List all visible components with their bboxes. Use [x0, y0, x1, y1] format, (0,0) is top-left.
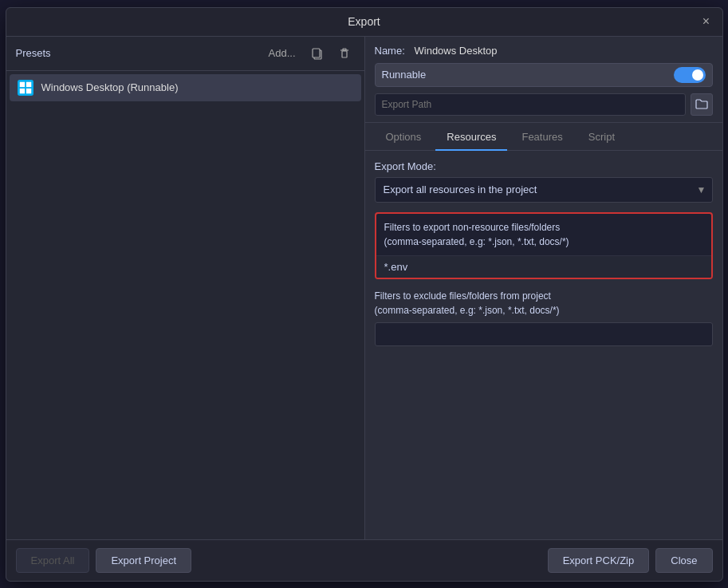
right-header: Name: Windows Desktop Runnable	[365, 37, 722, 123]
duplicate-preset-button[interactable]	[307, 45, 328, 62]
runnable-toggle-container: Runnable	[375, 63, 713, 87]
svg-rect-2	[342, 51, 347, 57]
export-dialog: Export × Presets Add...	[6, 7, 723, 582]
right-panel: Name: Windows Desktop Runnable	[365, 37, 722, 539]
exclude-description-text: Filters to exclude files/folders from pr…	[375, 290, 560, 316]
export-all-button[interactable]: Export All	[16, 548, 90, 573]
svg-rect-4	[343, 49, 346, 50]
tab-content: Export Mode: Export all resources in the…	[365, 151, 722, 539]
filter-input[interactable]	[376, 256, 711, 278]
export-path-row	[375, 93, 713, 116]
tab-options[interactable]: Options	[375, 124, 433, 151]
export-mode-wrapper: Export all resources in the project Expo…	[375, 177, 713, 203]
export-mode-label: Export Mode:	[375, 160, 713, 172]
tab-resources[interactable]: Resources	[435, 124, 507, 151]
filter-description: Filters to export non-resource files/fol…	[376, 214, 711, 256]
svg-rect-6	[19, 81, 24, 86]
add-preset-button[interactable]: Add...	[264, 45, 301, 61]
svg-rect-1	[313, 49, 320, 57]
tabs-bar: Options Resources Features Script	[365, 124, 722, 151]
svg-rect-7	[26, 81, 30, 86]
preset-name: Windows Desktop (Runnable)	[41, 81, 179, 93]
windows-icon	[18, 80, 33, 96]
name-value: Windows Desktop	[415, 45, 498, 57]
tab-features[interactable]: Features	[510, 124, 573, 151]
preset-list: Windows Desktop (Runnable)	[6, 71, 364, 539]
preset-item[interactable]: Windows Desktop (Runnable)	[10, 74, 361, 101]
footer-right: Export PCK/Zip Close	[548, 548, 713, 573]
runnable-toggle[interactable]	[674, 67, 706, 83]
filter-box: Filters to export non-resource files/fol…	[375, 212, 713, 279]
export-path-input[interactable]	[375, 93, 686, 116]
title-bar: Export ×	[6, 8, 722, 37]
footer-left: Export All Export Project	[16, 548, 192, 573]
runnable-label: Runnable	[382, 69, 427, 81]
svg-rect-8	[19, 88, 24, 93]
runnable-row: Runnable	[375, 63, 713, 87]
exclude-description: Filters to exclude files/folders from pr…	[375, 289, 713, 318]
svg-rect-9	[26, 88, 30, 93]
name-row: Name: Windows Desktop	[375, 45, 713, 57]
trash-icon	[338, 47, 351, 60]
presets-label: Presets	[16, 47, 258, 59]
exclude-input[interactable]	[375, 322, 713, 346]
name-label: Name:	[375, 45, 407, 57]
folder-icon	[695, 99, 708, 110]
close-dialog-button[interactable]: ×	[697, 12, 716, 31]
browse-folder-button[interactable]	[691, 93, 713, 116]
export-project-button[interactable]: Export Project	[96, 548, 191, 573]
export-pck-button[interactable]: Export PCK/Zip	[548, 548, 650, 573]
dialog-footer: Export All Export Project Export PCK/Zip…	[6, 539, 722, 581]
presets-header: Presets Add...	[6, 37, 364, 71]
dialog-title: Export	[348, 15, 380, 28]
copy-icon	[311, 47, 324, 60]
filter-description-text: Filters to export non-resource files/fol…	[384, 222, 569, 247]
exclude-section: Filters to exclude files/folders from pr…	[375, 289, 713, 346]
dialog-body: Presets Add...	[6, 37, 722, 539]
close-button[interactable]: Close	[655, 548, 712, 573]
left-panel: Presets Add...	[6, 37, 365, 539]
export-mode-select[interactable]: Export all resources in the project Expo…	[375, 177, 713, 203]
tab-script[interactable]: Script	[577, 124, 626, 151]
delete-preset-button[interactable]	[334, 45, 355, 62]
